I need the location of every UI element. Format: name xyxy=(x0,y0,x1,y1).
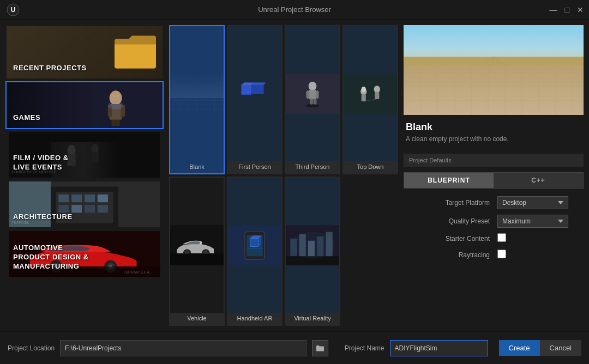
starter-content-checkbox[interactable] xyxy=(497,233,506,242)
template-ar-label: Handheld AR xyxy=(228,313,281,325)
preview-image xyxy=(404,25,584,115)
template-vehicle[interactable]: Vehicle xyxy=(169,177,225,326)
template-grid: Blank First Person xyxy=(169,25,398,326)
starter-content-label: Starter Content xyxy=(406,235,497,242)
starter-content-row: Starter Content xyxy=(404,233,584,244)
code-toggle: BLUEPRINT C++ xyxy=(404,172,584,189)
svg-rect-24 xyxy=(71,195,82,202)
svg-rect-83 xyxy=(250,239,259,247)
category-architecture[interactable]: TILTPIXEL ARCHITECTURE xyxy=(5,180,164,228)
svg-line-106 xyxy=(494,57,524,115)
selected-template-name: Blank xyxy=(406,122,581,133)
svg-rect-79 xyxy=(170,254,224,265)
svg-rect-72 xyxy=(375,92,379,99)
svg-line-107 xyxy=(494,57,554,115)
category-games[interactable]: GAMES xyxy=(5,81,164,129)
browse-folder-button[interactable] xyxy=(312,340,328,356)
blueprint-button[interactable]: BLUEPRINT xyxy=(404,173,494,188)
cancel-button[interactable]: Cancel xyxy=(540,340,581,356)
svg-line-104 xyxy=(464,57,494,115)
template-top-down[interactable]: Top Down xyxy=(342,25,398,174)
template-third-person[interactable]: Third Person xyxy=(285,25,340,174)
right-panel: Blank A clean empty project with no code… xyxy=(404,25,584,326)
svg-line-102 xyxy=(404,57,494,115)
svg-rect-29 xyxy=(85,205,95,213)
quality-preset-label: Quality Preset xyxy=(406,217,497,225)
project-location-label: Project Location xyxy=(8,344,55,352)
svg-rect-25 xyxy=(85,195,95,202)
category-automotive-label: AUTOMOTIVE PRODUCT DESIGN & MANUFACTURIN… xyxy=(13,244,89,271)
svg-rect-67 xyxy=(344,74,397,114)
template-fp-label: First Person xyxy=(228,161,281,173)
cpp-button[interactable]: C++ xyxy=(494,173,583,188)
svg-point-70 xyxy=(362,87,366,92)
category-automotive[interactable]: FERRARI S.P.A. AUTOMOTIVE PRODUCT DESIGN… xyxy=(5,230,164,278)
close-button[interactable]: ✕ xyxy=(577,6,584,14)
project-defaults: Project Defaults BLUEPRINT C++ Target Pl… xyxy=(404,154,584,266)
category-recent[interactable]: RECENT PROJECTS xyxy=(5,25,164,80)
quality-preset-select[interactable]: Maximum Scalable Mobile xyxy=(497,215,568,228)
project-name-label: Project Name xyxy=(345,344,384,352)
svg-rect-69 xyxy=(362,94,366,101)
template-vehicle-label: Vehicle xyxy=(170,313,224,325)
svg-rect-62 xyxy=(306,90,310,99)
svg-rect-28 xyxy=(71,205,82,213)
svg-point-95 xyxy=(290,232,335,259)
maximize-button[interactable]: □ xyxy=(565,6,569,14)
svg-rect-30 xyxy=(98,205,108,213)
svg-line-108 xyxy=(494,57,584,115)
svg-text:FERRARI S.P.A.: FERRARI S.P.A. xyxy=(124,270,151,274)
create-button[interactable]: Create xyxy=(499,340,540,356)
target-platform-row: Target Platform Desktop Mobile Console xyxy=(404,196,584,209)
template-blank-label: Blank xyxy=(170,161,224,173)
raytracing-row: Raytracing xyxy=(404,250,584,260)
minimize-button[interactable]: — xyxy=(550,6,557,14)
svg-rect-61 xyxy=(309,90,316,100)
target-platform-label: Target Platform xyxy=(406,199,497,207)
titlebar: U Unreal Project Browser — □ ✕ xyxy=(0,0,589,20)
quality-preset-row: Quality Preset Maximum Scalable Mobile xyxy=(404,215,584,228)
template-first-person[interactable]: First Person xyxy=(227,25,283,174)
template-handheld-ar[interactable]: Handheld AR xyxy=(227,177,283,326)
middle-panel: Blank First Person xyxy=(169,25,398,326)
ue-logo: U xyxy=(7,3,20,16)
project-defaults-label: Project Defaults xyxy=(404,154,584,167)
action-buttons: Create Cancel xyxy=(499,340,582,356)
template-vr-label: Virtual Reality xyxy=(286,313,339,325)
svg-marker-57 xyxy=(251,85,263,94)
category-film-label: FILM / VIDEO & LIVE EVENTS xyxy=(13,154,69,172)
category-film[interactable]: COURTESY OF HIGH RES FILM / VIDEO & LIVE… xyxy=(5,131,164,179)
template-info: Blank A clean empty project with no code… xyxy=(404,115,584,149)
folder-icon xyxy=(316,345,324,351)
raytracing-checkbox[interactable] xyxy=(497,250,506,258)
svg-point-71 xyxy=(374,86,380,93)
template-blank[interactable]: Blank xyxy=(169,25,225,174)
left-panel: RECENT PROJECTS xyxy=(5,25,164,326)
template-vr[interactable]: Virtual Reality xyxy=(285,177,340,326)
selected-template-desc: A clean empty project with no code. xyxy=(406,135,581,143)
raytracing-label: Raytracing xyxy=(406,251,497,259)
svg-rect-27 xyxy=(58,205,69,213)
svg-text:U: U xyxy=(11,6,16,14)
svg-marker-55 xyxy=(242,85,251,95)
svg-rect-26 xyxy=(98,195,108,202)
svg-marker-58 xyxy=(251,83,266,85)
category-games-label: GAMES xyxy=(13,113,40,123)
svg-rect-23 xyxy=(58,195,69,202)
window-title: Unreal Project Browser xyxy=(258,5,331,14)
project-name-input[interactable] xyxy=(390,340,488,356)
category-architecture-label: ARCHITECTURE xyxy=(13,213,73,222)
target-platform-select[interactable]: Desktop Mobile Console xyxy=(497,196,568,209)
svg-rect-51 xyxy=(170,74,224,98)
svg-rect-96 xyxy=(404,57,584,115)
template-tp-label: Third Person xyxy=(286,161,339,173)
svg-point-60 xyxy=(309,82,317,90)
window-controls: — □ ✕ xyxy=(550,6,584,14)
svg-point-66 xyxy=(306,104,320,108)
svg-rect-63 xyxy=(316,90,319,99)
svg-line-103 xyxy=(434,57,494,115)
main-content: RECENT PROJECTS xyxy=(0,20,589,331)
template-td-label: Top Down xyxy=(344,161,397,173)
project-location-input[interactable] xyxy=(60,340,306,356)
bottom-bar: Project Location Project Name Create Can… xyxy=(0,331,589,364)
